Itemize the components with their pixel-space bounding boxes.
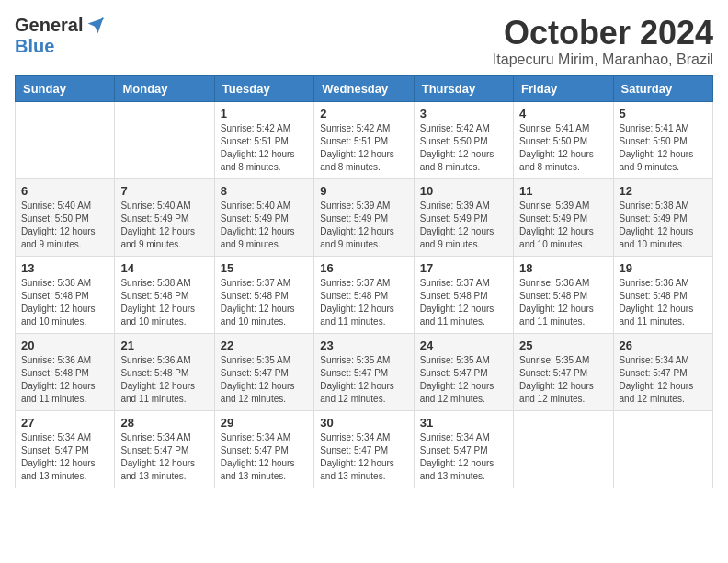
day-number: 11	[519, 184, 607, 198]
calendar-cell: 8Sunrise: 5:40 AMSunset: 5:49 PMDaylight…	[214, 178, 313, 256]
calendar-cell: 12Sunrise: 5:38 AMSunset: 5:49 PMDayligh…	[613, 178, 712, 256]
calendar-cell: 24Sunrise: 5:35 AMSunset: 5:47 PMDayligh…	[414, 333, 513, 410]
calendar-cell: 10Sunrise: 5:39 AMSunset: 5:49 PMDayligh…	[414, 178, 513, 256]
calendar-cell: 3Sunrise: 5:42 AMSunset: 5:50 PMDaylight…	[414, 101, 513, 178]
day-number: 12	[620, 184, 707, 198]
day-number: 26	[620, 339, 707, 352]
day-info: Sunrise: 5:38 AMSunset: 5:48 PMDaylight:…	[21, 277, 108, 328]
calendar-week-row: 27Sunrise: 5:34 AMSunset: 5:47 PMDayligh…	[16, 410, 713, 488]
calendar-cell: 9Sunrise: 5:39 AMSunset: 5:49 PMDaylight…	[314, 178, 414, 256]
day-info: Sunrise: 5:34 AMSunset: 5:47 PMDaylight:…	[120, 431, 208, 483]
day-info: Sunrise: 5:36 AMSunset: 5:48 PMDaylight:…	[620, 277, 707, 328]
day-number: 9	[320, 184, 407, 198]
header: General Blue October 2024 Itapecuru Miri…	[15, 15, 713, 68]
col-sunday: Sunday	[16, 75, 115, 101]
day-info: Sunrise: 5:35 AMSunset: 5:47 PMDaylight:…	[320, 354, 407, 406]
day-info: Sunrise: 5:36 AMSunset: 5:48 PMDaylight:…	[120, 354, 208, 406]
day-number: 5	[620, 107, 707, 121]
calendar-cell: 25Sunrise: 5:35 AMSunset: 5:47 PMDayligh…	[514, 333, 613, 410]
calendar-cell	[613, 410, 712, 488]
day-info: Sunrise: 5:39 AMSunset: 5:49 PMDaylight:…	[420, 200, 507, 251]
calendar-cell: 5Sunrise: 5:41 AMSunset: 5:50 PMDaylight…	[613, 101, 712, 178]
day-number: 21	[120, 339, 208, 352]
day-info: Sunrise: 5:37 AMSunset: 5:48 PMDaylight:…	[420, 277, 507, 328]
logo-blue-text: Blue	[15, 36, 54, 57]
calendar-cell: 18Sunrise: 5:36 AMSunset: 5:48 PMDayligh…	[514, 256, 613, 333]
calendar-cell: 2Sunrise: 5:42 AMSunset: 5:51 PMDaylight…	[314, 101, 414, 178]
day-info: Sunrise: 5:34 AMSunset: 5:47 PMDaylight:…	[320, 431, 407, 483]
logo: General Blue	[15, 15, 105, 57]
day-info: Sunrise: 5:42 AMSunset: 5:51 PMDaylight:…	[221, 122, 308, 174]
day-number: 25	[519, 339, 607, 352]
calendar-cell: 7Sunrise: 5:40 AMSunset: 5:49 PMDaylight…	[115, 178, 214, 256]
day-number: 14	[120, 261, 208, 275]
day-info: Sunrise: 5:37 AMSunset: 5:48 PMDaylight:…	[221, 277, 308, 328]
day-info: Sunrise: 5:38 AMSunset: 5:49 PMDaylight:…	[620, 200, 707, 251]
calendar-cell: 20Sunrise: 5:36 AMSunset: 5:48 PMDayligh…	[16, 333, 115, 410]
calendar-cell: 15Sunrise: 5:37 AMSunset: 5:48 PMDayligh…	[214, 256, 313, 333]
calendar-table: Sunday Monday Tuesday Wednesday Thursday…	[15, 75, 713, 488]
calendar-cell: 1Sunrise: 5:42 AMSunset: 5:51 PMDaylight…	[214, 101, 313, 178]
day-info: Sunrise: 5:41 AMSunset: 5:50 PMDaylight:…	[620, 122, 707, 174]
calendar-cell: 31Sunrise: 5:34 AMSunset: 5:47 PMDayligh…	[414, 410, 513, 488]
col-friday: Friday	[514, 75, 613, 101]
day-info: Sunrise: 5:36 AMSunset: 5:48 PMDaylight:…	[21, 354, 108, 406]
day-number: 20	[21, 339, 108, 352]
calendar-week-row: 20Sunrise: 5:36 AMSunset: 5:48 PMDayligh…	[16, 333, 713, 410]
day-number: 29	[221, 416, 308, 430]
calendar-cell: 28Sunrise: 5:34 AMSunset: 5:47 PMDayligh…	[115, 410, 214, 488]
day-number: 1	[221, 107, 308, 121]
day-number: 23	[320, 339, 407, 352]
day-number: 2	[320, 107, 407, 121]
day-info: Sunrise: 5:42 AMSunset: 5:50 PMDaylight:…	[420, 122, 507, 174]
day-number: 4	[519, 107, 607, 121]
day-info: Sunrise: 5:35 AMSunset: 5:47 PMDaylight:…	[221, 354, 308, 406]
calendar-cell: 22Sunrise: 5:35 AMSunset: 5:47 PMDayligh…	[214, 333, 313, 410]
calendar-cell	[115, 101, 214, 178]
day-number: 3	[420, 107, 507, 121]
calendar-cell: 11Sunrise: 5:39 AMSunset: 5:49 PMDayligh…	[514, 178, 613, 256]
day-number: 27	[21, 416, 108, 430]
day-number: 6	[21, 184, 108, 198]
day-info: Sunrise: 5:35 AMSunset: 5:47 PMDaylight:…	[519, 354, 607, 406]
calendar-cell: 17Sunrise: 5:37 AMSunset: 5:48 PMDayligh…	[414, 256, 513, 333]
day-info: Sunrise: 5:40 AMSunset: 5:49 PMDaylight:…	[120, 200, 208, 251]
day-info: Sunrise: 5:35 AMSunset: 5:47 PMDaylight:…	[420, 354, 507, 406]
day-info: Sunrise: 5:34 AMSunset: 5:47 PMDaylight:…	[420, 431, 507, 483]
calendar-cell	[514, 410, 613, 488]
calendar-cell: 23Sunrise: 5:35 AMSunset: 5:47 PMDayligh…	[314, 333, 414, 410]
col-thursday: Thursday	[414, 75, 513, 101]
day-number: 13	[21, 261, 108, 275]
calendar-cell: 30Sunrise: 5:34 AMSunset: 5:47 PMDayligh…	[314, 410, 414, 488]
calendar-week-row: 6Sunrise: 5:40 AMSunset: 5:50 PMDaylight…	[16, 178, 713, 256]
calendar-cell: 6Sunrise: 5:40 AMSunset: 5:50 PMDaylight…	[16, 178, 115, 256]
col-tuesday: Tuesday	[214, 75, 313, 101]
day-number: 30	[320, 416, 407, 430]
day-number: 31	[420, 416, 507, 430]
calendar-cell: 19Sunrise: 5:36 AMSunset: 5:48 PMDayligh…	[613, 256, 712, 333]
calendar-cell	[16, 101, 115, 178]
day-info: Sunrise: 5:42 AMSunset: 5:51 PMDaylight:…	[320, 122, 407, 174]
logo-general-text: General	[15, 15, 83, 36]
calendar-cell: 13Sunrise: 5:38 AMSunset: 5:48 PMDayligh…	[16, 256, 115, 333]
calendar-cell: 14Sunrise: 5:38 AMSunset: 5:48 PMDayligh…	[115, 256, 214, 333]
day-number: 24	[420, 339, 507, 352]
day-info: Sunrise: 5:37 AMSunset: 5:48 PMDaylight:…	[320, 277, 407, 328]
day-info: Sunrise: 5:34 AMSunset: 5:47 PMDaylight:…	[21, 431, 108, 483]
day-number: 7	[120, 184, 208, 198]
calendar-cell: 21Sunrise: 5:36 AMSunset: 5:48 PMDayligh…	[115, 333, 214, 410]
day-info: Sunrise: 5:34 AMSunset: 5:47 PMDaylight:…	[221, 431, 308, 483]
calendar-cell: 29Sunrise: 5:34 AMSunset: 5:47 PMDayligh…	[214, 410, 313, 488]
day-number: 8	[221, 184, 308, 198]
calendar-cell: 26Sunrise: 5:34 AMSunset: 5:47 PMDayligh…	[613, 333, 712, 410]
day-info: Sunrise: 5:34 AMSunset: 5:47 PMDaylight:…	[620, 354, 707, 406]
location-subtitle: Itapecuru Mirim, Maranhao, Brazil	[493, 52, 713, 68]
day-info: Sunrise: 5:39 AMSunset: 5:49 PMDaylight:…	[519, 200, 607, 251]
calendar-week-row: 1Sunrise: 5:42 AMSunset: 5:51 PMDaylight…	[16, 101, 713, 178]
calendar-week-row: 13Sunrise: 5:38 AMSunset: 5:48 PMDayligh…	[16, 256, 713, 333]
col-saturday: Saturday	[613, 75, 712, 101]
day-number: 18	[519, 261, 607, 275]
day-number: 15	[221, 261, 308, 275]
day-info: Sunrise: 5:39 AMSunset: 5:49 PMDaylight:…	[320, 200, 407, 251]
day-info: Sunrise: 5:40 AMSunset: 5:50 PMDaylight:…	[21, 200, 108, 251]
